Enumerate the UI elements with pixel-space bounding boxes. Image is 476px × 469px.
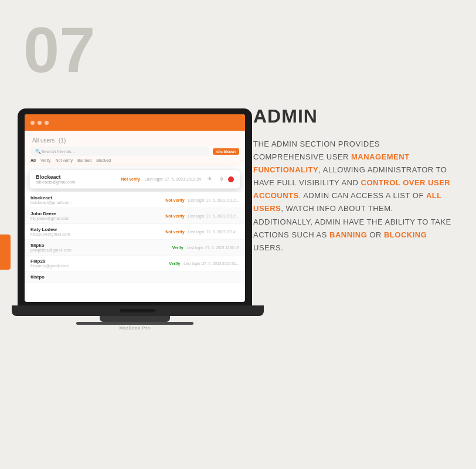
screen-content: All users (1) 🔍 Search friends... shutdo… (25, 114, 245, 302)
user-login-3: Last login: 27. 6. 2023 2014:... (188, 230, 239, 234)
user-info-4: filipko philipfiltes@gmail.com (30, 243, 172, 252)
all-users-label: All users (32, 137, 55, 144)
top-bar-dot-2 (38, 121, 42, 125)
user-login-4: Last login: 27. 6. 2023 1256:19 (187, 246, 239, 250)
user-status-5: Verify (169, 261, 180, 266)
popup-actions: 👁 ⚙ (206, 175, 234, 183)
table-row: Filip29 filopants@gmail.com Verify Last … (25, 256, 245, 271)
admin-title: ADMIN (253, 106, 453, 127)
macbook-label: MacBook Pro (12, 326, 258, 330)
laptop-stand (100, 316, 170, 322)
user-email-1: blockeact@gmail.com (30, 200, 165, 205)
all-users-title: All users (1) (30, 135, 239, 144)
search-icon: 🔍 (35, 149, 41, 154)
desc-highlight5: BLOCKING (384, 230, 427, 239)
user-email-4: philipfiltes@gmail.com (30, 248, 172, 252)
user-email-2: filipjoeee@gmail.com (30, 216, 165, 220)
top-bar-dot-3 (45, 121, 49, 125)
popup-block-indicator (228, 176, 234, 182)
filter-tab-blocked[interactable]: Blocked (96, 158, 111, 162)
user-status-4: Verify (172, 246, 183, 250)
user-list: blockeact blockeact@gmail.com Not verify… (25, 192, 245, 283)
user-name-4: filipko (30, 243, 172, 248)
user-login-2: Last login: 27. 6. 2023 2010:... (188, 214, 239, 218)
popup-email: tableacts@gmail.com (36, 180, 121, 184)
table-row: filipko philipfiltes@gmail.com Verify La… (25, 240, 245, 256)
table-row: blockeact blockeact@gmail.com Not verify… (25, 192, 245, 208)
users-header: All users (1) 🔍 Search friends... shutdo… (25, 131, 245, 166)
desc-part3: . ADMIN CAN ACCESS A LIST OF (299, 191, 426, 200)
laptop-container: All users (1) 🔍 Search friends... shutdo… (12, 108, 258, 330)
popup-user-info: Blockeact tableacts@gmail.com (36, 174, 121, 184)
filter-tab-not-verify[interactable]: Not verify (55, 158, 73, 162)
user-login-1: Last login: 27. 6. 2023 2013:... (188, 198, 239, 202)
user-info-2: John Deere filipjoeee@gmail.com (30, 211, 165, 220)
table-row: Katy Lodew filed2004@gmail.com Not verif… (25, 224, 245, 240)
right-panel: ADMIN THE ADMIN SECTION PROVIDES COMPREH… (253, 106, 453, 254)
desc-highlight4: BANNING (329, 230, 367, 239)
user-name-1: blockeact (30, 195, 165, 200)
user-info-3: Katy Lodew filed2004@gmail.com (30, 227, 165, 236)
laptop-notch (120, 309, 155, 312)
admin-description: THE ADMIN SECTION PROVIDES COMPREHENSIVE… (253, 138, 453, 254)
user-info-6: filstpo (30, 274, 239, 280)
user-info-1: blockeact blockeact@gmail.com (30, 195, 165, 205)
page-number: 07 (23, 18, 95, 82)
user-name-5: Filip29 (30, 259, 169, 264)
top-bar-dot-1 (30, 121, 35, 125)
laptop-foot (76, 322, 193, 325)
shutdown-button[interactable]: shutdown (213, 148, 239, 155)
user-email-3: filed2004@gmail.com (30, 232, 165, 236)
search-placeholder-text: Search friends... (41, 149, 75, 154)
screen-top-bar (25, 114, 245, 131)
table-row: John Deere filipjoeee@gmail.com Not veri… (25, 208, 245, 224)
user-status-2: Not verify (165, 214, 184, 218)
user-name-6: filstpo (30, 274, 239, 280)
user-status-1: Not verify (165, 198, 184, 202)
laptop-bezel: All users (1) 🔍 Search friends... shutdo… (18, 108, 252, 305)
desc-part5: OR (367, 230, 384, 239)
popup-settings-icon[interactable]: ⚙ (217, 175, 225, 183)
filter-tab-all[interactable]: All (30, 158, 36, 162)
filter-tab-banned[interactable]: Banned (77, 158, 91, 162)
user-name-3: Katy Lodew (30, 227, 165, 232)
filter-tab-verify[interactable]: Verify (40, 158, 51, 162)
user-email-5: filopants@gmail.com (30, 264, 169, 268)
laptop-screen: All users (1) 🔍 Search friends... shutdo… (25, 114, 245, 302)
user-info-5: Filip29 filopants@gmail.com (30, 259, 169, 268)
user-count: (1) (59, 137, 66, 144)
popup-status: Not verify (121, 177, 140, 181)
user-status-3: Not verify (165, 230, 184, 234)
table-row: filstpo (25, 271, 245, 283)
laptop-base (12, 305, 264, 316)
user-name-2: John Deere (30, 211, 165, 216)
orange-accent-bar (0, 235, 11, 270)
user-login-5: Last login: 27. 6. 2023 2020:61... (183, 261, 239, 266)
search-box[interactable]: 🔍 Search friends... (30, 147, 209, 156)
popup-last-login: Last login: 27. 6. 2023 2019:24 (145, 177, 201, 181)
popup-eye-icon[interactable]: 👁 (206, 175, 214, 183)
filter-tabs: All Verify Not verify Banned Blocked (30, 158, 239, 164)
user-popup-card: Blockeact tableacts@gmail.com Not verify… (29, 169, 240, 189)
users-header-row: 🔍 Search friends... shutdown (30, 147, 239, 156)
popup-username: Blockeact (36, 174, 121, 180)
